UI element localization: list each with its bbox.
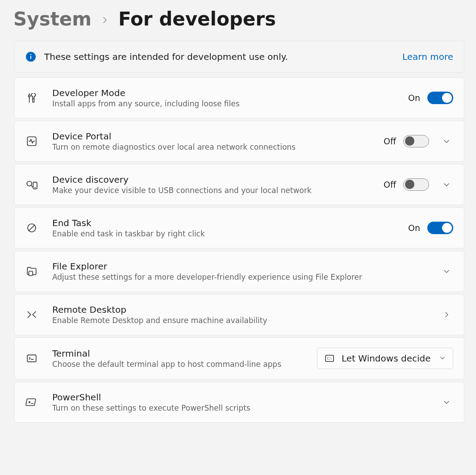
info-icon xyxy=(25,51,36,62)
remote-icon xyxy=(25,308,38,321)
row-remote-desktop[interactable]: Remote Desktop Enable Remote Desktop and… xyxy=(14,294,464,335)
row-title: Terminal xyxy=(52,348,317,359)
learn-more-link[interactable]: Learn more xyxy=(402,51,453,62)
row-desc: Turn on remote diagnostics over local ar… xyxy=(52,143,384,151)
svg-point-2 xyxy=(30,54,32,55)
chevron-down-icon xyxy=(439,354,446,363)
terminal-app-icon: C:\ xyxy=(324,353,335,364)
breadcrumb-parent[interactable]: System xyxy=(13,8,92,30)
chevron-down-icon[interactable] xyxy=(440,135,453,148)
terminal-icon xyxy=(25,352,38,365)
row-title: Developer Mode xyxy=(52,88,408,98)
device-discovery-toggle[interactable] xyxy=(403,178,429,191)
svg-point-3 xyxy=(28,95,30,97)
device-portal-toggle[interactable] xyxy=(403,135,429,147)
row-desc: Turn on these settings to execute PowerS… xyxy=(52,404,436,412)
discovery-icon xyxy=(25,178,38,191)
chevron-down-icon[interactable] xyxy=(440,178,453,191)
row-terminal: Terminal Choose the default terminal app… xyxy=(14,337,464,379)
terminal-default-select[interactable]: C:\ Let Windows decide xyxy=(317,348,453,369)
row-developer-mode: Developer Mode Install apps from any sou… xyxy=(14,77,464,118)
row-device-discovery[interactable]: Device discovery Make your device visibl… xyxy=(14,164,464,205)
row-title: PowerShell xyxy=(52,392,436,403)
row-powershell[interactable]: PowerShell Turn on these settings to exe… xyxy=(14,382,464,423)
folder-icon xyxy=(25,265,38,277)
chevron-right-icon xyxy=(101,13,109,26)
developer-mode-toggle[interactable] xyxy=(427,92,453,104)
powershell-icon xyxy=(25,396,38,408)
svg-rect-11 xyxy=(27,355,36,362)
tools-icon xyxy=(25,92,38,104)
row-desc: Adjust these settings for a more develop… xyxy=(52,273,436,282)
row-desc: Make your device visible to USB connecti… xyxy=(52,186,384,195)
combo-label: Let Windows decide xyxy=(342,353,433,364)
info-text: These settings are intended for developm… xyxy=(44,51,402,62)
svg-line-9 xyxy=(29,225,34,231)
toggle-state-label: Off xyxy=(384,136,396,146)
row-file-explorer[interactable]: File Explorer Adjust these settings for … xyxy=(14,251,464,292)
chevron-down-icon[interactable] xyxy=(440,395,453,409)
row-desc: Enable end task in taskbar by right clic… xyxy=(52,229,408,238)
toggle-state-label: Off xyxy=(384,180,396,189)
toggle-state-label: On xyxy=(408,223,420,233)
row-title: Remote Desktop xyxy=(52,304,436,315)
row-end-task: End Task Enable end task in taskbar by r… xyxy=(14,207,464,248)
row-desc: Install apps from any source, including … xyxy=(52,99,408,108)
row-desc: Enable Remote Desktop and ensure machine… xyxy=(52,316,436,325)
svg-rect-10 xyxy=(29,271,33,276)
row-desc: Choose the default terminal app to host … xyxy=(52,360,317,369)
chevron-down-icon[interactable] xyxy=(440,265,453,278)
chevron-right-icon[interactable] xyxy=(440,308,453,321)
pulse-icon xyxy=(25,135,38,147)
breadcrumb: System For developers xyxy=(13,8,464,30)
row-title: Device discovery xyxy=(52,174,384,185)
info-banner: These settings are intended for developm… xyxy=(14,41,464,73)
svg-rect-1 xyxy=(30,56,31,59)
prohibit-icon xyxy=(25,222,38,234)
row-device-portal[interactable]: Device Portal Turn on remote diagnostics… xyxy=(14,121,464,162)
breadcrumb-current: For developers xyxy=(118,8,276,30)
row-title: Device Portal xyxy=(52,131,384,142)
toggle-state-label: On xyxy=(408,93,420,103)
row-title: File Explorer xyxy=(52,261,436,272)
end-task-toggle[interactable] xyxy=(427,222,453,234)
row-title: End Task xyxy=(52,218,408,228)
svg-text:C:\: C:\ xyxy=(327,357,332,361)
